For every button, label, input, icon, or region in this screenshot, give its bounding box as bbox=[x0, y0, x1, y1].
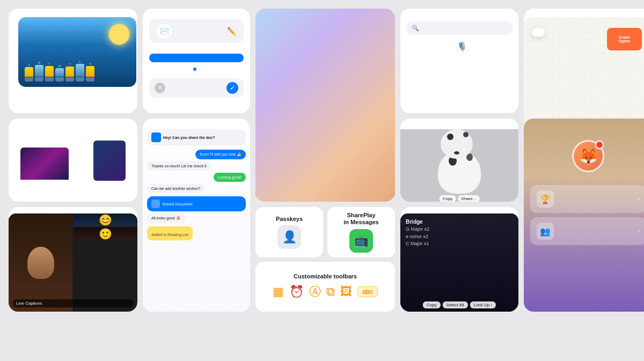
search-icon: 🔍 bbox=[412, 25, 419, 32]
freeform-title bbox=[583, 9, 594, 17]
gc-achievements-chevron: › bbox=[638, 195, 640, 203]
abc-badge: abc bbox=[357, 286, 378, 297]
gc-achievements-row[interactable]: 🏆 › bbox=[530, 185, 644, 213]
scribble-search-bar: 🔍 bbox=[406, 21, 513, 35]
weather-card: S M T W T F S bbox=[9, 9, 137, 113]
game-center-card: 🦊 🏆 › 👥 › bbox=[524, 119, 644, 312]
facetime-tile-1 bbox=[9, 213, 72, 312]
live-text-card: Bridge G Major x2 e minor x2 C Major x1 … bbox=[400, 207, 518, 312]
pass-share-toolbars-wrapper: Passkeys 👤 SharePlayin Messages 📺 Custom… bbox=[255, 207, 395, 312]
font-icon: Ⓐ bbox=[309, 284, 321, 300]
collaboration-card: Hey! Can you share the doc? Sure! I'll a… bbox=[143, 119, 250, 312]
copy-button[interactable]: Copy bbox=[440, 195, 456, 202]
captions-bar: Live Captions bbox=[13, 299, 133, 307]
look-up-button[interactable]: Look Up › bbox=[470, 301, 496, 308]
shareplay-icon: 📺 bbox=[349, 229, 373, 253]
passkeys-label: Passkeys bbox=[276, 216, 303, 222]
confirm-icon: ✓ bbox=[226, 82, 238, 94]
captions-title bbox=[69, 207, 77, 213]
reference-mode-title bbox=[68, 119, 78, 127]
select-all-button[interactable]: Select All bbox=[443, 301, 468, 308]
toolbars-mini: Customizable toolbars ▦ ⏰ Ⓐ ⧉ 🖼 abc bbox=[255, 262, 395, 312]
facetime-tile-2: 😊 bbox=[74, 213, 137, 226]
mail-icon: ✉️ bbox=[157, 24, 172, 39]
facetime-tile-3: 🙂 bbox=[74, 227, 137, 240]
weather-title bbox=[68, 9, 78, 17]
toolbars-label: Customizable toolbars bbox=[294, 273, 357, 279]
mail-card: ✉️ ✏️ ✕ ✓ bbox=[143, 9, 250, 113]
gc-achievements-icon: 🏆 bbox=[537, 190, 554, 208]
grid-icon: ▦ bbox=[273, 285, 284, 299]
mic-icon: 🎙️ bbox=[457, 41, 467, 51]
undo-send-row[interactable]: ✉️ ✏️ bbox=[149, 19, 244, 43]
collaboration-preview: Hey! Can you share the doc? Sure! I'll a… bbox=[143, 125, 250, 312]
gc-avatar: 🦊 bbox=[572, 140, 604, 172]
lift-subject-preview: Copy Share... bbox=[400, 129, 518, 202]
ipados-card bbox=[255, 9, 395, 202]
live-text-preview: Bridge G Major x2 e minor x2 C Major x1 … bbox=[400, 213, 518, 312]
mark-unread-button[interactable] bbox=[149, 54, 244, 62]
shareplay-label: SharePlayin Messages bbox=[343, 212, 378, 226]
edit-message-row[interactable]: ✕ ✓ bbox=[149, 78, 244, 98]
freeform-title-element bbox=[532, 28, 545, 36]
dot-icon bbox=[193, 68, 196, 71]
gc-friends-icon: 👥 bbox=[537, 223, 554, 240]
passkeys-mini: Passkeys 👤 bbox=[255, 207, 323, 257]
reference-preview bbox=[15, 131, 131, 185]
freeform-person-card: SusanOgden bbox=[607, 28, 642, 50]
weather-bars: S M T W T F S bbox=[25, 60, 130, 82]
reference-mode-card bbox=[9, 119, 137, 202]
toolbar-icons: ▦ ⏰ Ⓐ ⧉ 🖼 abc bbox=[273, 284, 378, 300]
image-icon: 🖼 bbox=[340, 285, 352, 299]
edit-icon: ✏️ bbox=[227, 27, 236, 35]
lift-subject-title bbox=[454, 119, 465, 127]
shareplay-mini: SharePlayin Messages 📺 bbox=[327, 207, 395, 257]
ref-laptop bbox=[20, 148, 69, 180]
clock-icon: ⏰ bbox=[289, 285, 304, 299]
gc-notification-badge bbox=[595, 141, 604, 149]
video-action-buttons: Copy Select All Look Up › bbox=[423, 301, 496, 308]
gc-friends-chevron: › bbox=[638, 227, 640, 235]
video-text: Bridge G Major x2 e minor x2 C Major x1 bbox=[406, 218, 429, 248]
captions-card: 😊 🙂 Live Captions bbox=[9, 207, 137, 312]
close-icon: ✕ bbox=[155, 83, 165, 93]
scribble-card: 🔍 🎙️ bbox=[400, 9, 518, 113]
lift-subject-card: Copy Share... bbox=[400, 119, 518, 202]
copy-video-button[interactable]: Copy bbox=[423, 301, 441, 308]
ref-ipad bbox=[93, 141, 126, 181]
captions-preview: 😊 🙂 Live Captions bbox=[9, 213, 137, 312]
scribble-title bbox=[454, 9, 465, 17]
gc-friends-row[interactable]: 👥 › bbox=[530, 217, 644, 245]
live-text-title bbox=[455, 207, 464, 213]
game-center-title bbox=[583, 125, 594, 136]
passkeys-icon: 👤 bbox=[277, 225, 301, 249]
copy-icon: ⧉ bbox=[326, 285, 335, 299]
share-button[interactable]: Share... bbox=[458, 195, 479, 202]
weather-sun-icon bbox=[108, 24, 130, 45]
lift-action-buttons: Copy Share... bbox=[440, 195, 480, 202]
in-messages-row bbox=[193, 68, 200, 71]
